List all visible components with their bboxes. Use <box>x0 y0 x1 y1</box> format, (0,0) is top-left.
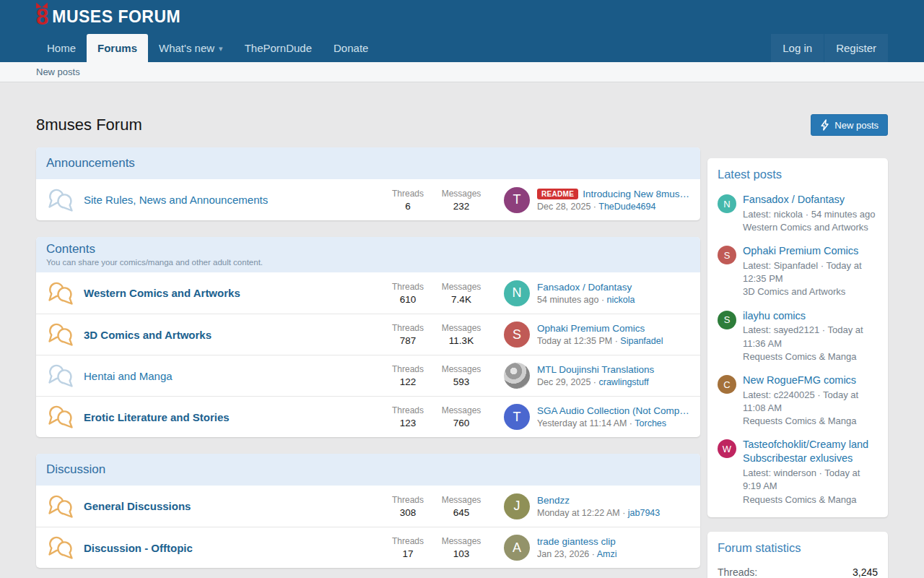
forum-row: Erotic Literature and Stories Threads 12… <box>36 396 700 437</box>
latest-post-info: trade giantess clip Jan 23, 2026 · Amzi <box>537 536 690 559</box>
latest-user-link[interactable]: TheDude4694 <box>598 202 655 212</box>
latest-user-link[interactable]: nickola <box>607 295 635 305</box>
forum-statistics-widget: Forum statistics Threads: 3,245 Messages… <box>707 532 888 578</box>
nav-item-home[interactable]: Home <box>36 34 87 62</box>
latest-post-avatar[interactable]: T <box>504 404 530 430</box>
forum-statistics-title: Forum statistics <box>707 532 888 561</box>
new-posts-button[interactable]: New posts <box>811 114 888 136</box>
latest-thread-link[interactable]: MTL Doujinshi Translations <box>537 364 690 375</box>
chat-bubbles-icon <box>46 280 75 306</box>
subnav-new-posts-link[interactable]: New posts <box>36 66 80 77</box>
forum-row: 3D Comics and Artworks Threads 787 Messa… <box>36 314 700 355</box>
category-title-link[interactable]: Announcements <box>46 156 135 170</box>
nav-item-donate[interactable]: Donate <box>323 34 379 62</box>
category-title-link[interactable]: Discussion <box>46 462 105 476</box>
threads-stat: Threads 610 <box>381 282 435 305</box>
forum-row: General Discussions Threads 308 Messages… <box>36 486 700 527</box>
forum-link[interactable]: Erotic Literature and Stories <box>84 411 381 423</box>
latest-post-avatar[interactable]: A <box>504 535 530 561</box>
latest-user-link[interactable]: jab7943 <box>628 508 661 518</box>
forum-link[interactable]: Site Rules, News and Announcements <box>84 194 381 206</box>
forum-row: Discussion - Offtopic Threads 17 Message… <box>36 527 700 568</box>
sub-nav: New posts <box>0 62 924 82</box>
latest-post-avatar[interactable]: W <box>718 439 736 458</box>
latest-post-forum: Requests Comics & Manga <box>743 493 878 506</box>
latest-post-avatar[interactable]: S <box>718 311 736 329</box>
latest-thread-link[interactable]: Fansadox / Dofantasy <box>537 282 690 293</box>
login-button[interactable]: Log in <box>771 34 824 62</box>
forum-link[interactable]: 3D Comics and Artworks <box>84 329 381 341</box>
messages-stat: Messages 7.4K <box>435 282 488 305</box>
latest-post-info: Ophaki Premium Comics Today at 12:35 PM … <box>537 323 690 346</box>
threads-stat: Threads 6 <box>381 189 435 212</box>
latest-post-forum: Requests Comics & Manga <box>743 415 878 428</box>
category-title-link[interactable]: Contents <box>46 242 95 256</box>
latest-thread-link[interactable]: Ophaki Premium Comics <box>743 244 878 258</box>
chat-bubbles-icon <box>46 493 75 519</box>
lightning-bolt-icon <box>820 119 829 131</box>
chevron-down-icon: ▾ <box>219 35 223 63</box>
nav-item-whats-new[interactable]: What's new ▾ <box>148 34 234 62</box>
forum-list: Announcements Site Rules, News and Annou… <box>36 147 700 578</box>
readme-badge: README <box>537 189 578 199</box>
forum-link[interactable]: Western Comics and Artworks <box>84 287 381 299</box>
threads-stat: Threads 122 <box>381 364 435 387</box>
latest-post-avatar[interactable]: T <box>504 187 530 213</box>
latest-thread-link[interactable]: Tasteofchoklit/Creamy land Subscribestar… <box>743 438 878 465</box>
latest-thread-link[interactable]: Introducing New 8muses … <box>583 189 690 199</box>
threads-stat: Threads 787 <box>381 323 435 346</box>
messages-stat: Messages 232 <box>435 189 488 212</box>
latest-post-forum: 3D Comics and Artworks <box>743 285 878 298</box>
latest-post-avatar[interactable]: N <box>504 280 530 306</box>
category-header: Discussion <box>36 454 700 486</box>
latest-post-avatar-photo[interactable] <box>504 363 530 389</box>
latest-thread-link[interactable]: Fansadox / Dofantasy <box>743 193 876 207</box>
messages-stat: Messages 645 <box>435 495 488 518</box>
latest-post-item: S ilayhu comics Latest: sayed2121 · Toda… <box>707 304 888 368</box>
latest-post-info: Bendzz Monday at 12:22 AM · jab7943 <box>537 495 690 518</box>
site-logo[interactable]: 8 MUSES FORUM <box>36 6 180 28</box>
latest-post-item: C New RogueFMG comics Latest: c2240025 ·… <box>707 368 888 433</box>
latest-post-avatar[interactable]: J <box>504 493 530 519</box>
latest-thread-link[interactable]: Bendzz <box>537 495 690 506</box>
new-posts-button-label: New posts <box>834 120 879 131</box>
forum-link[interactable]: Discussion - Offtopic <box>84 542 381 554</box>
latest-user-link[interactable]: Torches <box>635 418 666 428</box>
latest-thread-link[interactable]: New RogueFMG comics <box>743 374 878 387</box>
latest-post-info: README Introducing New 8muses … Dec 28, … <box>537 189 690 212</box>
category-contents: Contents You can share your comics/manga… <box>36 237 700 437</box>
forum-row: Hentai and Manga Threads 122 Messages 59… <box>36 355 700 396</box>
latest-thread-link[interactable]: Ophaki Premium Comics <box>537 323 690 334</box>
threads-stat: Threads 17 <box>381 536 435 559</box>
messages-stat: Messages 103 <box>435 536 488 559</box>
latest-post-meta: Latest: nickola · 54 minutes ago <box>743 208 876 221</box>
latest-post-avatar[interactable]: S <box>504 322 530 348</box>
site-header: 8 MUSES FORUM Home Forums What's new ▾ T… <box>0 0 924 62</box>
logo-text: MUSES FORUM <box>52 7 180 27</box>
register-button[interactable]: Register <box>824 34 888 62</box>
latest-user-link[interactable]: Sipanfadel <box>620 336 663 346</box>
messages-stat: Messages 760 <box>435 405 488 428</box>
nav-item-forums[interactable]: Forums <box>87 34 148 62</box>
threads-stat: Threads 123 <box>381 405 435 428</box>
latest-user-link[interactable]: crawlingstuff <box>598 377 648 387</box>
forum-link[interactable]: Hentai and Manga <box>84 370 381 382</box>
latest-posts-title: Latest posts <box>707 158 888 188</box>
latest-post-avatar[interactable]: N <box>718 194 736 213</box>
latest-post-meta: Latest: winderson · Today at 9:19 AM <box>743 467 878 493</box>
forum-link[interactable]: General Discussions <box>84 500 381 512</box>
latest-post-avatar[interactable]: S <box>718 246 736 264</box>
latest-thread-link[interactable]: trade giantess clip <box>537 536 690 547</box>
forum-row: Western Comics and Artworks Threads 610 … <box>36 272 700 314</box>
latest-user-link[interactable]: Amzi <box>597 549 617 559</box>
latest-post-meta: Latest: Sipanfadel · Today at 12:35 PM <box>743 259 878 285</box>
logo-eight-icon: 8 <box>36 6 48 28</box>
latest-thread-link[interactable]: SGA Audio Collection (Not Complet… <box>537 405 690 416</box>
latest-post-forum: Western Comics and Artworks <box>743 221 876 234</box>
chat-bubbles-icon <box>46 322 75 348</box>
latest-post-avatar[interactable]: C <box>718 375 736 394</box>
latest-thread-link[interactable]: ilayhu comics <box>743 309 878 323</box>
latest-posts-widget: Latest posts N Fansadox / Dofantasy Late… <box>707 158 888 517</box>
category-description: You can share your comics/manga and othe… <box>46 258 690 267</box>
nav-item-theporndude[interactable]: ThePornDude <box>234 34 323 62</box>
